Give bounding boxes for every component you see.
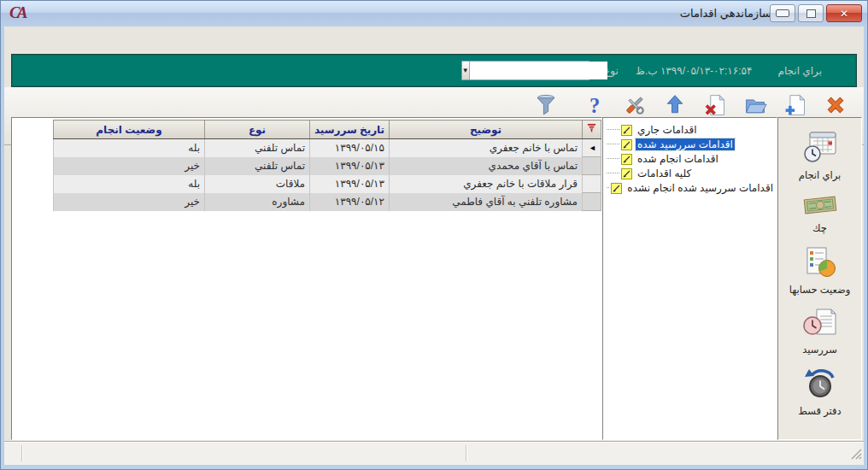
help-icon: ? [582, 92, 607, 118]
shortcut-cheque[interactable]: چك [801, 193, 839, 234]
cell-description[interactable]: قرار ملاقات با خانم جعفري [390, 175, 583, 193]
resize-grip[interactable] [851, 448, 862, 463]
type-combobox[interactable]: ▼ [461, 61, 589, 80]
tree-item-due-actions[interactable]: اقدامات سررسيد شده [607, 137, 775, 151]
header-filter-cell[interactable] [583, 120, 601, 139]
cell-type[interactable]: تماس تلفني [205, 139, 310, 157]
minimize-button[interactable] [770, 4, 795, 22]
cell-due-date[interactable]: ۱۳۹۹/۰۵/۱۳ [310, 175, 390, 193]
accounts-status-icon [803, 246, 837, 282]
cell-status[interactable]: خير [54, 157, 205, 175]
column-header-type[interactable]: نوع [205, 120, 310, 139]
cell-type[interactable]: مشاوره [205, 193, 310, 211]
shortcut-due-date[interactable]: سررسيد [802, 308, 838, 355]
cell-status[interactable]: بله [54, 139, 205, 157]
cell-description[interactable]: تماس با آقاي محمدي [390, 157, 583, 175]
shortcut-accounts-status[interactable]: وضعيت حسابها [789, 246, 851, 296]
mode-label: براي انجام [777, 65, 822, 77]
note-icon [611, 182, 622, 193]
tree-item-done-actions[interactable]: اقدامات انجام شده [607, 151, 775, 166]
actions-grid-panel: توضيح تاريخ سررسيد نوع وضعيت انجام ◄ تما… [11, 117, 602, 440]
open-folder-icon [742, 92, 768, 118]
svg-text:?: ? [589, 94, 599, 117]
cell-due-date[interactable]: ۱۳۹۹/۰۵/۱۲ [310, 193, 390, 211]
type-combobox-input[interactable] [470, 62, 607, 79]
table-row[interactable]: قرار ملاقات با خانم جعفري ۱۳۹۹/۰۵/۱۳ ملا… [54, 175, 601, 193]
table-row[interactable]: مشاوره تلفني به آقاي فاطمي ۱۳۹۹/۰۵/۱۲ مش… [54, 193, 601, 211]
maximize-icon [806, 9, 816, 18]
installment-book-icon [802, 367, 838, 403]
cell-type[interactable]: تماس تلفني [205, 157, 310, 175]
note-icon [621, 124, 632, 135]
cheque-icon [801, 193, 839, 220]
new-document-icon [783, 92, 808, 118]
cell-due-date[interactable]: ۱۳۹۹/۰۵/۱۳ [310, 157, 390, 175]
table-header-row[interactable]: توضيح تاريخ سررسيد نوع وضعيت انجام [54, 120, 601, 139]
grid-filter-icon [587, 124, 596, 136]
shortcut-installment-book[interactable]: دفتر قسط [798, 367, 841, 417]
command-bar: براي انجام ۱۳۹۹/۰۵/۱۳-۰۲:۱۶:۵۴ ب.ظ نوع: … [11, 54, 857, 87]
filter-funnel-icon [533, 92, 559, 118]
due-date-icon [802, 308, 838, 342]
column-header-due-date[interactable]: تاريخ سررسيد [310, 120, 390, 139]
table-row[interactable]: تماس با آقاي محمدي ۱۳۹۹/۰۵/۱۳ تماس تلفني… [54, 157, 601, 175]
shortcut-todo[interactable]: براي انجام [799, 130, 841, 181]
goto-arrow-icon [662, 92, 688, 118]
note-icon [621, 138, 632, 150]
todo-calendar-icon [802, 130, 838, 167]
maximize-button[interactable] [798, 4, 824, 22]
tree-item-current-actions[interactable]: اقدامات جاري [607, 122, 775, 137]
category-tree: اقدامات جاري اقدامات سررسيد شده اقدامات … [603, 118, 777, 195]
cell-status[interactable]: خير [54, 193, 205, 211]
exit-icon [823, 92, 848, 118]
tree-item-all-actions[interactable]: كليه اقدامات [607, 166, 775, 180]
cell-description[interactable]: مشاوره تلفني به آقاي فاطمي [390, 193, 583, 211]
action-categories-panel: اقدامات جاري اقدامات سررسيد شده اقدامات … [602, 117, 777, 440]
client-area: براي انجام ۱۳۹۹/۰۵/۱۳-۰۲:۱۶:۵۴ ب.ظ نوع: … [4, 26, 864, 463]
cell-description[interactable]: تماس با خانم جعفري [390, 139, 583, 157]
app-logo-icon: CA [9, 3, 24, 22]
cell-type[interactable]: ملاقات [205, 175, 310, 193]
window-controls: ✕ [770, 4, 862, 22]
column-header-description[interactable]: توضيح [390, 120, 583, 139]
datetime-label: ۱۳۹۹/۰۵/۱۳-۰۲:۱۶:۵۴ ب.ظ [636, 65, 753, 77]
minimize-icon [776, 9, 789, 17]
combobox-dropdown-icon[interactable]: ▼ [462, 62, 470, 79]
app-window: CA سازماندهي اقدامات ✕ براي انجام ۱۳۹۹/۰… [0, 0, 868, 470]
table-row[interactable]: ◄ تماس با خانم جعفري ۱۳۹۹/۰۵/۱۵ تماس تلف… [54, 139, 601, 157]
column-header-status[interactable]: وضعيت انجام [54, 120, 205, 139]
current-row-indicator-icon: ◄ [589, 144, 596, 152]
window-title: سازماندهي اقدامات [680, 7, 771, 20]
shortcuts-panel: براي انجام چك [777, 117, 862, 440]
delete-icon [702, 92, 728, 118]
actions-table[interactable]: توضيح تاريخ سررسيد نوع وضعيت انجام ◄ تما… [53, 120, 601, 211]
note-icon [621, 167, 632, 179]
close-button[interactable]: ✕ [826, 4, 862, 22]
note-icon [621, 153, 632, 164]
cell-status[interactable]: بله [54, 175, 205, 193]
cell-due-date[interactable]: ۱۳۹۹/۰۵/۱۵ [310, 139, 390, 157]
title-bar[interactable]: CA سازماندهي اقدامات ✕ [1, 1, 867, 26]
tree-item-due-not-done-actions[interactable]: اقدامات سررسيد شده انجام نشده [607, 180, 775, 195]
status-bar [4, 441, 864, 465]
settings-tools-icon [622, 92, 648, 118]
